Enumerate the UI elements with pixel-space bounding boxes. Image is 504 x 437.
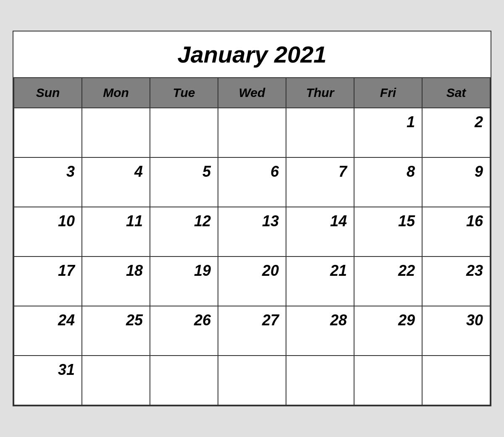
- day-number: 25: [87, 310, 144, 329]
- day-number: 3: [19, 161, 76, 181]
- day-header-tue: Tue: [150, 78, 218, 108]
- day-number: 2: [428, 112, 485, 131]
- day-number: 31: [19, 359, 76, 379]
- day-header-mon: Mon: [82, 78, 150, 108]
- day-number: 27: [223, 310, 281, 329]
- day-number: 13: [223, 211, 281, 230]
- day-cell-19[interactable]: 19: [150, 257, 218, 306]
- day-number: 4: [87, 161, 144, 181]
- day-number: 12: [155, 211, 213, 230]
- calendar-grid: SunMonTueWedThurFriSat123456789101112131…: [13, 78, 491, 406]
- day-cell-empty[interactable]: [150, 356, 218, 406]
- day-cell-28[interactable]: 28: [286, 306, 354, 356]
- day-cell-16[interactable]: 16: [423, 207, 491, 257]
- day-cell-empty[interactable]: [423, 356, 491, 406]
- day-cell-17[interactable]: 17: [14, 257, 82, 306]
- day-cell-9[interactable]: 9: [423, 158, 491, 207]
- day-cell-3[interactable]: 3: [14, 158, 82, 207]
- day-cell-27[interactable]: 27: [218, 306, 286, 356]
- day-cell-30[interactable]: 30: [423, 306, 491, 356]
- day-number: 17: [19, 260, 76, 280]
- day-cell-21[interactable]: 21: [286, 257, 354, 306]
- day-cell-12[interactable]: 12: [150, 207, 218, 257]
- day-header-sat: Sat: [423, 78, 491, 108]
- day-number: 26: [155, 310, 213, 329]
- day-header-sun: Sun: [14, 78, 82, 108]
- day-cell-empty[interactable]: [286, 108, 354, 158]
- day-cell-13[interactable]: 13: [218, 207, 286, 257]
- day-cell-5[interactable]: 5: [150, 158, 218, 207]
- day-header-fri: Fri: [354, 78, 423, 108]
- day-number: 15: [360, 211, 417, 230]
- calendar-title: January 2021: [13, 31, 491, 78]
- day-number: 18: [87, 260, 144, 280]
- day-number: 21: [291, 260, 349, 280]
- day-number: 30: [428, 310, 485, 329]
- day-cell-31[interactable]: 31: [14, 356, 82, 406]
- day-header-wed: Wed: [218, 78, 286, 108]
- day-cell-24[interactable]: 24: [14, 306, 82, 356]
- day-cell-15[interactable]: 15: [354, 207, 423, 257]
- day-cell-20[interactable]: 20: [218, 257, 286, 306]
- day-cell-empty[interactable]: [82, 108, 150, 158]
- day-cell-23[interactable]: 23: [423, 257, 491, 306]
- day-number: 7: [291, 161, 349, 181]
- day-number: 20: [223, 260, 281, 280]
- day-number: 10: [19, 211, 76, 230]
- day-cell-22[interactable]: 22: [354, 257, 423, 306]
- day-cell-empty[interactable]: [354, 356, 423, 406]
- day-number: 16: [428, 211, 485, 230]
- day-cell-empty[interactable]: [14, 108, 82, 158]
- day-cell-8[interactable]: 8: [354, 158, 423, 207]
- day-number: 14: [291, 211, 349, 230]
- day-cell-10[interactable]: 10: [14, 207, 82, 257]
- day-number: 22: [360, 260, 417, 280]
- day-header-thur: Thur: [286, 78, 354, 108]
- day-number: 1: [360, 112, 417, 131]
- day-cell-empty[interactable]: [218, 356, 286, 406]
- day-cell-empty[interactable]: [82, 356, 150, 406]
- day-cell-25[interactable]: 25: [82, 306, 150, 356]
- day-cell-18[interactable]: 18: [82, 257, 150, 306]
- day-cell-1[interactable]: 1: [354, 108, 423, 158]
- day-cell-2[interactable]: 2: [423, 108, 491, 158]
- day-cell-empty[interactable]: [218, 108, 286, 158]
- day-cell-empty[interactable]: [286, 356, 354, 406]
- day-number: 6: [223, 161, 281, 181]
- day-cell-4[interactable]: 4: [82, 158, 150, 207]
- day-number: 29: [360, 310, 417, 329]
- day-number: 11: [87, 211, 144, 230]
- day-cell-11[interactable]: 11: [82, 207, 150, 257]
- day-cell-26[interactable]: 26: [150, 306, 218, 356]
- day-number: 28: [291, 310, 349, 329]
- day-cell-empty[interactable]: [150, 108, 218, 158]
- day-cell-14[interactable]: 14: [286, 207, 354, 257]
- calendar: January 2021 SunMonTueWedThurFriSat12345…: [13, 31, 491, 406]
- day-number: 23: [428, 260, 485, 280]
- day-number: 9: [428, 161, 485, 181]
- day-cell-7[interactable]: 7: [286, 158, 354, 207]
- day-number: 8: [360, 161, 417, 181]
- day-number: 24: [19, 310, 76, 329]
- day-number: 19: [155, 260, 213, 280]
- day-cell-6[interactable]: 6: [218, 158, 286, 207]
- day-number: 5: [155, 161, 213, 181]
- day-cell-29[interactable]: 29: [354, 306, 423, 356]
